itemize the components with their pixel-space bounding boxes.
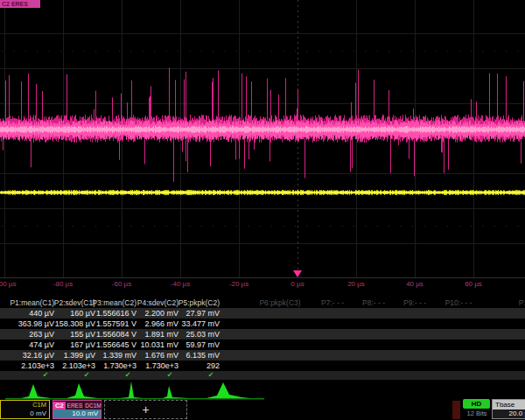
time-axis-label: -20 µs (229, 280, 248, 288)
measure-value-cell: 292 (157, 360, 220, 371)
time-axis-label: -60 µs (112, 280, 131, 288)
trace-annotation-badge[interactable]: C2 ERES (0, 0, 40, 8)
time-axis-label: 20 µs (347, 280, 365, 288)
histicon-p2 (66, 383, 98, 398)
c2-scale-value: 10.0 mV (53, 410, 101, 418)
measure-value-cell: 59.97 mV (157, 340, 220, 350)
time-axis-label: 40 µs (406, 280, 424, 288)
time-axis-label: 60 µs (465, 280, 482, 288)
channel-c1-descriptor[interactable]: C1M 0 mV (0, 400, 50, 419)
c1-coupling-label: C1M (1, 401, 49, 410)
measurement-histicons (0, 380, 525, 401)
measure-value-cell: 6.135 mV (157, 350, 220, 360)
measure-column-header-inactive[interactable]: P11 (494, 298, 525, 308)
channel-c2-descriptor[interactable]: C2 ERES DC1M 10.0 mV (52, 400, 102, 419)
measure-value-cell: 33.477 mV (157, 318, 220, 329)
hd-bits-label: 12 Bits (461, 410, 493, 417)
time-axis-label: 0 µs (290, 280, 304, 288)
histicon-p1 (21, 384, 51, 398)
c2-eres-tag: ERES (66, 402, 84, 410)
measure-value-cell: 27.97 mV (157, 308, 220, 318)
time-axis-label: -40 µs (171, 280, 190, 288)
oscilloscope-screen: C2 ERES -100 µs-80 µs-60 µs-40 µs-20 µs0… (0, 0, 525, 420)
timebase-value: 20.0 µs (493, 410, 525, 418)
histicon-p3 (119, 382, 143, 398)
measure-status-check-icon: ✔ (164, 371, 176, 380)
measure-status-check-icon: ✔ (39, 371, 52, 380)
status-row-stripe (0, 371, 525, 380)
time-axis-label: -100 µs (0, 280, 16, 288)
c1-scale-value: 0 mV (1, 410, 49, 418)
hd-mode-badge[interactable]: HD (463, 399, 490, 409)
measure-status-check-icon: ✔ (80, 371, 93, 380)
time-axis-label: -80 µs (53, 280, 73, 288)
measure-column-header-inactive[interactable]: P10:- - - (427, 298, 490, 308)
c2-coupling-tag: DC1M (84, 402, 102, 410)
add-trace-button[interactable]: + (104, 400, 187, 419)
trigger-descriptor-edge[interactable] (452, 401, 460, 419)
measure-status-check-icon: ✔ (205, 371, 217, 380)
plus-icon: + (142, 402, 149, 416)
measure-column-header[interactable]: P5:pkpk(C2) (157, 298, 220, 308)
timebase-title: Tbase (493, 400, 525, 410)
measure-value-cell: 25.03 mV (157, 329, 220, 340)
histicon-p4 (163, 386, 189, 398)
measure-status-check-icon: ✔ (122, 371, 134, 380)
c2-channel-chip: C2 (53, 402, 66, 410)
histicon-p5 (206, 382, 250, 398)
waveform-grid[interactable] (0, 0, 525, 278)
timebase-descriptor[interactable]: Tbase 20.0 µs (492, 399, 525, 419)
